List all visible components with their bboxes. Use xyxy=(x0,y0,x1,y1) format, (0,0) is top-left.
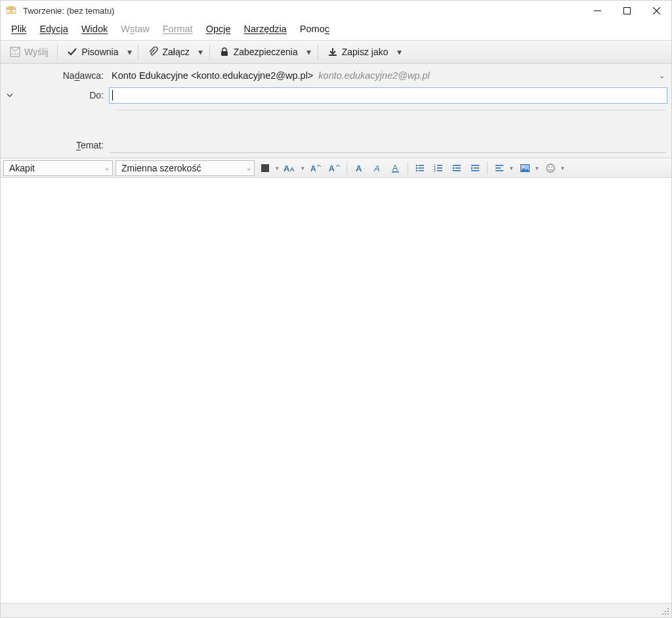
increase-size-button[interactable]: A xyxy=(327,160,343,176)
emoji-dropdown[interactable]: ▾ xyxy=(559,165,566,171)
svg-text:A: A xyxy=(356,164,362,173)
from-display: Konto Edukacyjne <konto.edukacyjne2@wp.p… xyxy=(112,70,313,81)
svg-rect-35 xyxy=(495,167,501,169)
underline-button[interactable]: A xyxy=(388,160,404,176)
svg-rect-34 xyxy=(495,165,503,166)
toolbar-separator xyxy=(138,44,138,60)
security-dropdown[interactable]: ▾ xyxy=(304,43,314,61)
fmt-separator xyxy=(346,162,347,175)
spelling-label: Pisownia xyxy=(81,47,118,57)
svg-rect-42 xyxy=(667,608,669,609)
menu-help-label: Pomoc xyxy=(300,24,329,34)
svg-rect-36 xyxy=(495,170,503,171)
svg-rect-30 xyxy=(453,170,461,171)
menu-file-label: Plik xyxy=(11,24,26,34)
insert-image-button[interactable] xyxy=(517,160,533,176)
attach-button[interactable]: Załącz xyxy=(142,43,194,61)
text-color-button[interactable] xyxy=(257,160,273,176)
svg-point-4 xyxy=(15,54,16,55)
attach-dropdown[interactable]: ▾ xyxy=(196,43,205,61)
paragraph-style-value: Akapit xyxy=(9,163,35,173)
to-row: Do: xyxy=(1,85,671,106)
numbered-list-button[interactable]: 123 xyxy=(430,160,446,176)
svg-point-3 xyxy=(12,54,13,55)
font-size-button[interactable]: AA xyxy=(283,160,299,176)
align-dropdown[interactable]: ▾ xyxy=(508,165,514,171)
main-toolbar: Wyślij Pisownia ▾ Załącz ▾ Zabezpieczeni… xyxy=(1,40,671,64)
svg-text:A: A xyxy=(392,164,398,173)
menu-edit[interactable]: Edycja xyxy=(33,20,75,40)
menu-view[interactable]: Widok xyxy=(75,20,114,40)
recipients-expand-button[interactable] xyxy=(1,91,19,99)
spelling-dropdown[interactable]: ▾ xyxy=(125,43,134,61)
maximize-button[interactable] xyxy=(612,1,642,20)
menu-format-label: Format xyxy=(163,24,193,34)
minimize-button[interactable] xyxy=(583,1,612,20)
to-input[interactable] xyxy=(109,87,667,104)
emoji-button[interactable] xyxy=(543,160,558,176)
menu-format[interactable]: Format xyxy=(156,20,200,40)
svg-rect-25 xyxy=(437,167,442,169)
resize-grip-icon[interactable] xyxy=(660,606,670,616)
app-compose-icon xyxy=(3,3,19,18)
svg-text:A: A xyxy=(310,164,316,173)
align-button[interactable] xyxy=(492,160,507,176)
italic-button[interactable]: A xyxy=(369,160,385,176)
message-body-editor[interactable] xyxy=(1,178,671,603)
svg-rect-7 xyxy=(261,164,269,172)
bold-button[interactable]: A xyxy=(351,160,367,176)
paperclip-icon xyxy=(148,47,158,57)
close-button[interactable] xyxy=(642,1,671,20)
security-button[interactable]: Zabezpieczenia xyxy=(214,43,303,61)
svg-text:A: A xyxy=(329,164,335,173)
from-dropdown-icon[interactable]: ⌄ xyxy=(652,72,671,80)
from-identity: konto.edukacyjne2@wp.pl xyxy=(318,70,430,81)
save-as-dropdown[interactable]: ▾ xyxy=(395,43,404,61)
outdent-button[interactable] xyxy=(449,160,465,176)
svg-text:A: A xyxy=(284,164,290,173)
text-color-dropdown[interactable]: ▾ xyxy=(274,165,280,171)
svg-point-40 xyxy=(549,166,550,167)
paragraph-style-select[interactable]: Akapit ⌄ xyxy=(3,160,113,176)
svg-rect-19 xyxy=(419,167,424,169)
menu-view-label: Widok xyxy=(81,24,108,34)
menu-edit-label: Edycja xyxy=(39,24,68,34)
check-icon xyxy=(67,47,77,57)
from-identity-selector[interactable]: Konto Edukacyjne <konto.edukacyjne2@wp.p… xyxy=(109,67,652,84)
formatting-toolbar: Akapit ⌄ Zmienna szerokość ⌄ ▾ AA ▾ A A … xyxy=(1,158,671,178)
toolbar-separator xyxy=(57,44,58,60)
svg-rect-15 xyxy=(392,171,399,173)
subject-label: Temat: xyxy=(19,140,109,150)
svg-point-38 xyxy=(522,166,524,167)
save-as-label: Zapisz jako xyxy=(342,47,388,57)
menu-tools-label: Narzędzia xyxy=(244,24,287,34)
font-family-value: Zmienna szerokość xyxy=(121,163,201,173)
to-label[interactable]: Do: xyxy=(19,90,109,100)
svg-rect-33 xyxy=(471,170,479,171)
decrease-size-button[interactable]: A xyxy=(308,160,324,176)
svg-text:3: 3 xyxy=(434,169,436,173)
menu-file[interactable]: Plik xyxy=(5,20,33,40)
bullet-list-button[interactable] xyxy=(412,160,428,176)
from-label: Nadawca: xyxy=(19,70,109,81)
save-as-button[interactable]: Zapisz jako xyxy=(322,43,394,61)
send-button[interactable]: Wyślij xyxy=(5,43,53,61)
subject-input[interactable] xyxy=(109,137,666,153)
menu-help[interactable]: Pomoc xyxy=(293,20,336,40)
menu-tools[interactable]: Narzędzia xyxy=(238,20,293,40)
svg-rect-46 xyxy=(665,613,666,615)
svg-rect-6 xyxy=(221,51,228,56)
window-title: Tworzenie: (bez tematu) xyxy=(23,6,114,16)
font-family-select[interactable]: Zmienna szerokość ⌄ xyxy=(116,160,255,176)
svg-rect-27 xyxy=(437,170,442,171)
menu-options[interactable]: Opcje xyxy=(200,20,238,40)
svg-rect-17 xyxy=(419,165,424,166)
chevron-down-icon: ⌄ xyxy=(104,164,110,171)
svg-rect-31 xyxy=(471,165,479,166)
menu-bar: Plik Edycja Widok Wstaw Format Opcje Nar… xyxy=(1,20,671,40)
menu-insert[interactable]: Wstaw xyxy=(114,20,156,40)
font-size-dropdown[interactable]: ▾ xyxy=(299,165,306,171)
insert-image-dropdown[interactable]: ▾ xyxy=(534,165,540,171)
indent-button[interactable] xyxy=(467,160,483,176)
spelling-button[interactable]: Pisownia xyxy=(62,43,123,61)
